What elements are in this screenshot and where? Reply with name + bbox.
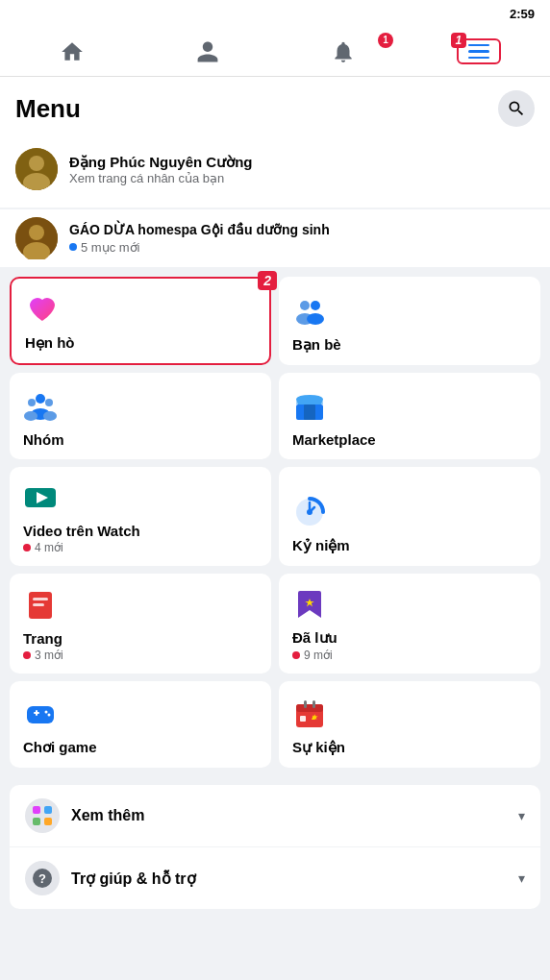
- memories-icon: [292, 495, 327, 529]
- notification-badge: 1: [378, 33, 393, 48]
- menu-button-highlight[interactable]: 1: [457, 38, 501, 65]
- profile-info: Đặng Phúc Nguyên Cường Xem trang cá nhân…: [69, 154, 253, 185]
- xem-them-chevron: ▾: [518, 808, 525, 823]
- svg-rect-28: [33, 603, 44, 606]
- friends-icon: [292, 294, 327, 329]
- pages-icon: [23, 588, 58, 623]
- xem-them-left: Xem thêm: [25, 798, 144, 833]
- card-marketplace-label: Marketplace: [292, 431, 527, 448]
- svg-point-33: [45, 711, 48, 714]
- card-hen-ho-label: Hẹn hò: [25, 334, 256, 352]
- card-video-watch[interactable]: Video trên Watch 4 mới: [10, 467, 271, 566]
- card-su-kien-label: Sự kiện: [292, 739, 527, 756]
- xem-them-label: Xem thêm: [71, 807, 144, 824]
- card-da-luu[interactable]: Đã lưu 9 mới: [279, 574, 540, 674]
- gaming-icon: [23, 697, 58, 731]
- svg-point-11: [36, 394, 45, 404]
- page-name: GÁO DỪA homespa Gội đầu dưỡng sinh: [69, 222, 330, 237]
- card-ban-be-label: Bạn bè: [292, 336, 527, 354]
- svg-point-5: [29, 225, 44, 240]
- page-info: GÁO DỪA homespa Gội đầu dưỡng sinh 5 mục…: [69, 222, 330, 255]
- card-video-label: Video trên Watch: [23, 523, 258, 539]
- events-icon: ★: [292, 697, 327, 731]
- home-icon: [59, 38, 86, 65]
- svg-rect-44: [33, 818, 40, 825]
- card-video-badge: 4 mới: [35, 541, 63, 554]
- profile-icon: [194, 38, 221, 65]
- groups-icon: [23, 389, 58, 424]
- svg-rect-37: [304, 700, 307, 708]
- card-nhom[interactable]: Nhóm: [10, 373, 271, 459]
- red-dot-da-luu: [292, 651, 300, 659]
- page-content: Menu Đặng Phúc Nguyê: [0, 77, 550, 909]
- xem-them-item[interactable]: Xem thêm ▾: [10, 785, 540, 846]
- xem-them-icon-container: [25, 798, 60, 833]
- svg-rect-39: [300, 716, 306, 722]
- card-da-luu-sub: 9 mới: [292, 649, 527, 662]
- card-choi-game[interactable]: Chơi game: [10, 681, 271, 768]
- svg-rect-43: [44, 806, 52, 814]
- svg-point-15: [24, 411, 38, 421]
- profile-section: Đặng Phúc Nguyên Cường Xem trang cá nhân…: [0, 135, 550, 208]
- avatar: [15, 148, 58, 190]
- search-icon: [507, 99, 526, 118]
- svg-rect-45: [44, 818, 52, 825]
- card-ky-niem[interactable]: Kỷ niệm: [279, 467, 540, 566]
- page-item[interactable]: GÁO DỪA homespa Gội đầu dưỡng sinh 5 mục…: [0, 209, 550, 267]
- top-nav: 1 1: [0, 27, 550, 77]
- page-badge-text: 5 mục mới: [81, 240, 140, 255]
- card-ky-niem-label: Kỷ niệm: [292, 537, 527, 554]
- svg-text:?: ?: [38, 871, 46, 886]
- menu-title: Menu: [15, 94, 81, 124]
- grid-icon: [32, 805, 53, 826]
- tro-giup-label: Trợ giúp & hỗ trợ: [71, 870, 196, 888]
- svg-point-7: [300, 301, 310, 310]
- card-video-sub: 4 mới: [23, 541, 258, 554]
- svg-point-12: [28, 399, 36, 406]
- tro-giup-left: ? Trợ giúp & hỗ trợ: [25, 861, 196, 895]
- svg-rect-36: [296, 704, 323, 712]
- svg-rect-18: [304, 404, 315, 420]
- svg-rect-27: [33, 598, 48, 600]
- heart-icon: [25, 292, 60, 327]
- profile-subtitle: Xem trang cá nhân của bạn: [69, 171, 253, 185]
- red-dot-trang: [23, 651, 31, 659]
- svg-point-10: [307, 313, 324, 325]
- svg-point-34: [48, 714, 51, 717]
- menu-header: Menu: [0, 77, 550, 135]
- page-avatar: [15, 217, 58, 259]
- tro-giup-item[interactable]: ? Trợ giúp & hỗ trợ ▾: [10, 846, 540, 909]
- profile-name: Đặng Phúc Nguyên Cường: [69, 154, 253, 171]
- nav-notifications[interactable]: 1: [275, 27, 411, 76]
- card-su-kien[interactable]: ★ Sự kiện: [279, 681, 540, 768]
- tro-giup-icon-container: ?: [25, 861, 60, 895]
- svg-rect-38: [312, 700, 315, 708]
- card-hen-ho-number-badge: 2: [258, 271, 277, 290]
- bottom-section: Xem thêm ▾ ? Trợ giúp & hỗ trợ ▾: [10, 785, 540, 909]
- card-hen-ho[interactable]: 2 Hẹn hò: [10, 277, 271, 365]
- svg-text:★: ★: [312, 713, 318, 722]
- red-dot-video: [23, 544, 31, 551]
- nav-home[interactable]: [4, 27, 139, 76]
- card-trang-badge: 3 mới: [35, 649, 63, 662]
- card-trang[interactable]: Trang 3 mới: [10, 574, 271, 674]
- help-icon: ?: [32, 868, 53, 889]
- saved-icon: [292, 587, 327, 622]
- search-button[interactable]: [498, 90, 535, 127]
- marketplace-icon: [292, 389, 327, 424]
- svg-point-8: [311, 301, 320, 310]
- svg-rect-42: [33, 806, 40, 814]
- card-marketplace[interactable]: Marketplace: [279, 373, 540, 459]
- profile-item[interactable]: Đặng Phúc Nguyên Cường Xem trang cá nhân…: [15, 142, 535, 196]
- svg-rect-32: [36, 710, 38, 716]
- svg-point-3: [15, 148, 58, 190]
- nav-menu[interactable]: 1: [411, 27, 546, 76]
- status-time: 2:59: [510, 7, 535, 21]
- nav-profile[interactable]: [139, 27, 275, 76]
- svg-rect-19: [296, 399, 323, 404]
- card-trang-sub: 3 mới: [23, 649, 258, 662]
- card-ban-be[interactable]: Bạn bè: [279, 277, 540, 365]
- menu-number-badge: 1: [451, 33, 467, 48]
- status-bar: 2:59: [0, 0, 550, 27]
- card-da-luu-label: Đã lưu: [292, 629, 527, 647]
